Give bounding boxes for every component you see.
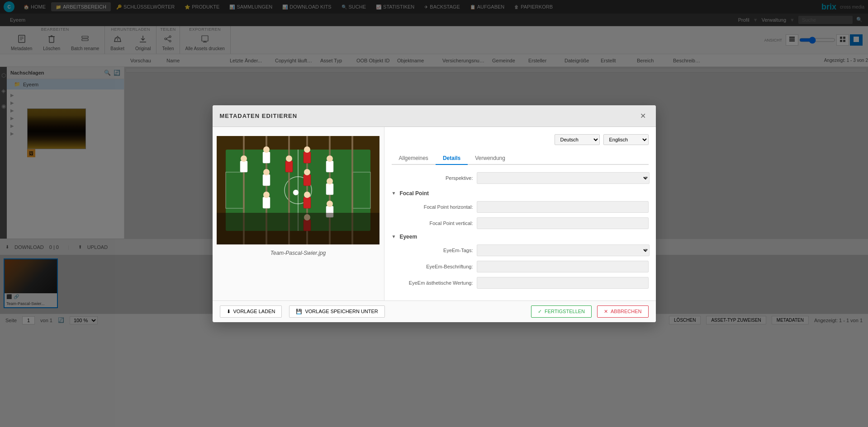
fertigstellen-icon: ✓ bbox=[538, 309, 542, 314]
eyeem-beschriftung-label: EyeEm-Beschriftung: bbox=[392, 264, 473, 269]
eyeem-wertung-input[interactable] bbox=[477, 277, 649, 289]
svg-rect-59 bbox=[326, 183, 333, 195]
perspektive-select[interactable] bbox=[477, 172, 650, 184]
modal-footer-left: ⬇ VORLAGE LADEN 💾 VORLAGE SPEICHERN UNTE… bbox=[220, 305, 385, 318]
modal-left-panel: Team-Pascal-Swier.jpg bbox=[213, 127, 384, 300]
svg-rect-64 bbox=[217, 213, 379, 244]
fp-horizontal-input[interactable] bbox=[477, 201, 649, 213]
svg-rect-51 bbox=[304, 174, 311, 186]
svg-rect-49 bbox=[304, 152, 311, 163]
form-row-fp-horizontal: Focal Point horizontal: bbox=[392, 201, 649, 213]
vorlage-laden-label: VORLAGE LADEN bbox=[233, 309, 275, 314]
modal-right-panel: Deutsch Englisch Allgemeines Details Ver… bbox=[384, 127, 656, 300]
eyeem-wertung-label: EyeEm ästhetische Wertung: bbox=[392, 280, 473, 286]
language-selectors: Deutsch Englisch bbox=[392, 134, 649, 145]
form-row-eyeem-wertung: EyeEm ästhetische Wertung: bbox=[392, 277, 649, 289]
modal-footer-right: ✓ FERTIGSTELLEN ✕ ABBRECHEN bbox=[531, 305, 649, 318]
svg-point-54 bbox=[304, 192, 310, 198]
svg-rect-39 bbox=[240, 161, 247, 172]
eyeem-tags-dropdown-icon: ▼ bbox=[644, 248, 649, 253]
abbrechen-btn[interactable]: ✕ ABBRECHEN bbox=[597, 305, 648, 318]
eyeem-tags-label: EyeEm-Tags: bbox=[392, 248, 473, 253]
modal-title: METADATEN EDITIEREN bbox=[220, 113, 298, 119]
eyeem-title: Eyeem bbox=[399, 234, 417, 240]
form-row-eyeem-beschriftung: EyeEm-Beschriftung: bbox=[392, 261, 649, 272]
svg-point-44 bbox=[263, 169, 270, 175]
vorlage-speichern-label: VORLAGE SPEICHERN UNTER bbox=[305, 309, 378, 314]
svg-point-62 bbox=[327, 201, 333, 207]
fertigstellen-btn[interactable]: ✓ FERTIGSTELLEN bbox=[531, 305, 592, 318]
modal-tabs: Allgemeines Details Verwendung bbox=[392, 152, 649, 165]
vorlage-laden-icon: ⬇ bbox=[227, 309, 231, 314]
svg-point-60 bbox=[327, 178, 333, 184]
lang-select-2[interactable]: Englisch bbox=[603, 134, 649, 145]
modal-header: METADATEN EDITIEREN ✕ bbox=[213, 105, 656, 127]
tab-allgemeines[interactable]: Allgemeines bbox=[392, 152, 436, 165]
svg-point-46 bbox=[263, 192, 270, 198]
modal-body: Team-Pascal-Swier.jpg Deutsch Englisch A… bbox=[213, 127, 656, 300]
eyeem-tags-select[interactable] bbox=[477, 244, 650, 256]
focal-point-title: Focal Point bbox=[399, 190, 429, 197]
fertigstellen-label: FERTIGSTELLEN bbox=[545, 309, 585, 314]
svg-point-48 bbox=[286, 155, 292, 162]
svg-rect-57 bbox=[326, 161, 333, 172]
svg-rect-45 bbox=[263, 197, 270, 208]
vorlage-speichern-btn[interactable]: 💾 VORLAGE SPEICHERN UNTER bbox=[289, 305, 384, 318]
svg-rect-43 bbox=[263, 174, 270, 186]
tab-verwendung[interactable]: Verwendung bbox=[468, 152, 512, 165]
svg-point-40 bbox=[241, 155, 247, 162]
focal-point-section-header[interactable]: ▼ Focal Point bbox=[392, 190, 649, 197]
svg-point-50 bbox=[304, 146, 310, 153]
fp-vertical-input[interactable] bbox=[477, 217, 649, 229]
tab-details[interactable]: Details bbox=[436, 152, 468, 165]
svg-point-52 bbox=[304, 169, 310, 175]
vorlage-laden-btn[interactable]: ⬇ VORLAGE LADEN bbox=[220, 305, 282, 318]
svg-rect-47 bbox=[285, 161, 293, 172]
svg-point-63 bbox=[293, 190, 299, 195]
eyeem-chevron: ▼ bbox=[392, 234, 396, 239]
focal-point-chevron: ▼ bbox=[392, 191, 396, 196]
eyeem-beschriftung-input[interactable] bbox=[477, 261, 649, 272]
modal-footer: ⬇ VORLAGE LADEN 💾 VORLAGE SPEICHERN UNTE… bbox=[213, 300, 656, 322]
form-row-eyeem-tags: EyeEm-Tags: ▼ bbox=[392, 244, 649, 256]
modal-close-button[interactable]: ✕ bbox=[637, 111, 649, 121]
form-row-fp-vertical: Focal Point vertical: bbox=[392, 217, 649, 229]
form-row-perspektive: Perspektive: ▼ bbox=[392, 172, 649, 184]
fp-vertical-label: Focal Point vertical: bbox=[392, 221, 473, 226]
svg-point-58 bbox=[327, 155, 333, 162]
modal-overlay: METADATEN EDITIEREN ✕ bbox=[0, 0, 868, 427]
svg-point-42 bbox=[263, 146, 270, 153]
perspektive-label: Perspektive: bbox=[392, 175, 473, 181]
abbrechen-label: ABBRECHEN bbox=[611, 309, 641, 314]
svg-rect-41 bbox=[263, 152, 270, 163]
abbrechen-icon: ✕ bbox=[604, 309, 608, 314]
vorlage-speichern-icon: 💾 bbox=[296, 309, 302, 314]
lang-select-1[interactable]: Deutsch bbox=[555, 134, 600, 145]
svg-rect-53 bbox=[304, 197, 311, 208]
eyeem-section-header[interactable]: ▼ Eyeem bbox=[392, 234, 649, 240]
fp-horizontal-label: Focal Point horizontal: bbox=[392, 204, 473, 210]
modal-filename: Team-Pascal-Swier.jpg bbox=[270, 250, 326, 256]
perspektive-dropdown-icon: ▼ bbox=[644, 175, 649, 180]
metadata-modal: METADATEN EDITIEREN ✕ bbox=[213, 105, 656, 322]
modal-preview-image bbox=[217, 136, 379, 244]
